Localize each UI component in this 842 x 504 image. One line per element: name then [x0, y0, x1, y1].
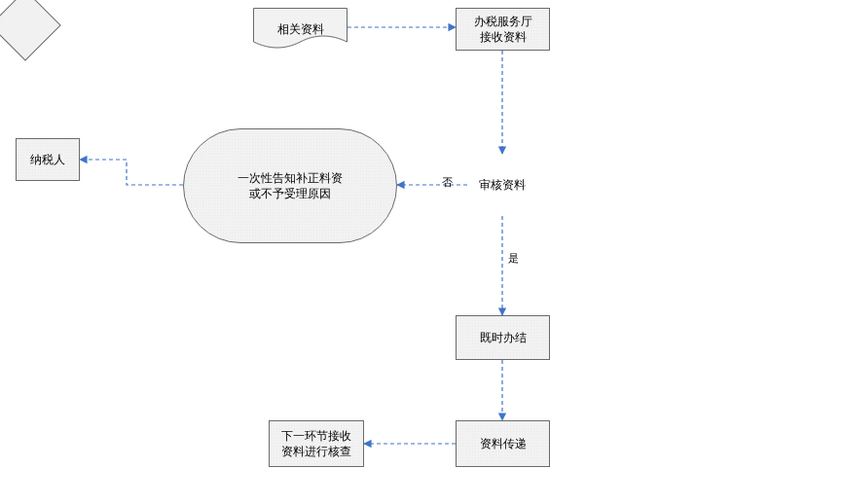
flowchart-canvas: 否 是 相关资料 办税服务厅 接收资料 审核资料 一次性告知补正料资 或不予受理…: [0, 0, 842, 504]
node-review: [0, 0, 61, 61]
node-next-label: 下一环节接收 资料进行核查: [281, 428, 351, 459]
edge-label-no: 否: [442, 175, 453, 190]
node-handle-label: 既时办结: [480, 330, 527, 345]
node-notify-label: 一次性告知补正料资 或不予受理原因: [238, 170, 343, 201]
node-handle: 既时办结: [456, 315, 550, 360]
edge-label-yes: 是: [508, 251, 519, 266]
node-next-l2: 资料进行核查: [281, 444, 351, 459]
node-notify: 一次性告知补正料资 或不予受理原因: [183, 128, 397, 243]
node-review-label: 审核资料: [461, 171, 543, 198]
node-next-l1: 下一环节接收: [281, 428, 351, 444]
node-docs-label: 相关资料: [253, 8, 348, 52]
node-taxpayer: 纳税人: [16, 138, 80, 181]
node-next: 下一环节接收 资料进行核查: [269, 420, 364, 467]
node-receive-l2: 接收资料: [474, 29, 532, 45]
node-receive-l1: 办税服务厅: [474, 14, 532, 29]
node-transfer-label: 资料传递: [480, 436, 527, 451]
edges-layer: [0, 0, 842, 504]
node-taxpayer-label: 纳税人: [30, 152, 65, 167]
node-receive-label: 办税服务厅 接收资料: [474, 14, 532, 45]
node-notify-l1: 一次性告知补正料资: [238, 170, 343, 186]
node-receive: 办税服务厅 接收资料: [456, 8, 550, 51]
edge-notify-taxpayer: [80, 160, 183, 185]
node-docs: 相关资料: [253, 8, 348, 52]
node-notify-l2: 或不予受理原因: [238, 186, 343, 201]
node-transfer: 资料传递: [456, 420, 550, 467]
